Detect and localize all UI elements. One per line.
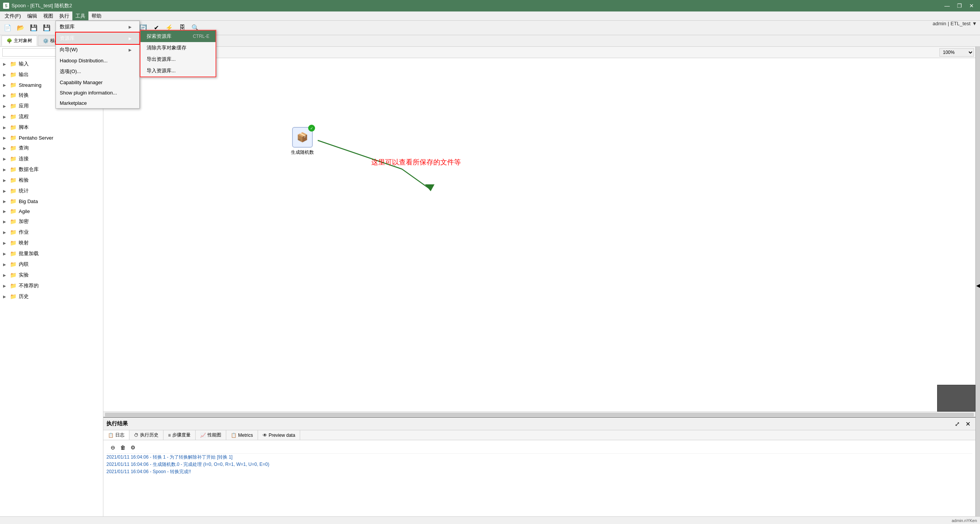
- folder-icon-input: 📁: [10, 61, 16, 67]
- database-submenu-arrow: ▶: [129, 25, 132, 29]
- sidebar-item-encrypt[interactable]: ▶ 📁 加密: [0, 216, 103, 227]
- toolbar-new[interactable]: 📄: [2, 22, 14, 34]
- arrow-history: ▶: [3, 295, 8, 299]
- sidebar-item-experiment[interactable]: ▶ 📁 实验: [0, 270, 103, 280]
- tab-main-objects[interactable]: 🌳 主对象树: [2, 36, 37, 46]
- sidebar-item-flow[interactable]: ▶ 📁 流程: [0, 111, 103, 122]
- folder-icon-mapping: 📁: [10, 240, 16, 246]
- menu-edit[interactable]: 编辑: [24, 11, 40, 20]
- menu-tools[interactable]: 工具: [72, 11, 88, 20]
- sidebar: ▶ 📁 输入 ▶ 📁 输出 ▶ 📁 Streaming ▶ 📁 转换 ▶ 📁 应…: [0, 47, 103, 524]
- folder-icon-check: 📁: [10, 177, 16, 183]
- sidebar-item-check[interactable]: ▶ 📁 检验: [0, 175, 103, 186]
- main-content: ▶ 📁 输入 ▶ 📁 输出 ▶ 📁 Streaming ▶ 📁 转换 ▶ 📁 应…: [0, 47, 980, 524]
- status-bar: admin.nYKen: [0, 516, 980, 524]
- tools-menu-options[interactable]: 选项(O)...: [56, 66, 139, 77]
- tools-menu-marketplace[interactable]: Marketplace: [56, 98, 139, 108]
- repo-submenu-explore[interactable]: 探索资源库 CTRL-E: [140, 31, 216, 42]
- sidebar-item-bigdata[interactable]: ▶ 📁 Big Data: [0, 196, 103, 206]
- tools-menu-wizard[interactable]: 向导(W) ▶: [56, 44, 139, 55]
- exec-panel-controls: ⤢ ✕: [952, 419, 972, 428]
- sidebar-item-inline[interactable]: ▶ 📁 内联: [0, 259, 103, 270]
- status-text: admin.nYKen: [952, 518, 977, 523]
- folder-icon-flow: 📁: [10, 114, 16, 120]
- folder-icon-connect: 📁: [10, 156, 16, 162]
- toolbar-save[interactable]: 💾: [28, 22, 40, 34]
- arrow-dw: ▶: [3, 168, 8, 172]
- folder-icon-bulk: 📁: [10, 251, 16, 257]
- exec-expand-button[interactable]: ⤢: [952, 419, 962, 428]
- repo-submenu-clear[interactable]: 清除共享对象缓存: [140, 42, 216, 54]
- exec-panel: 执行结果 ⤢ ✕ 📋 日志 ⏱ 执行历史 ≡ 步骤度量: [103, 417, 975, 524]
- folder-icon-output: 📁: [10, 72, 16, 78]
- log-clear-btn[interactable]: 🗑: [119, 443, 127, 452]
- menu-run[interactable]: 执行: [56, 11, 72, 20]
- canvas-scroll-horizontal[interactable]: [103, 412, 975, 417]
- folder-icon-job: 📁: [10, 229, 16, 235]
- sidebar-item-bulk[interactable]: ▶ 📁 批量加载: [0, 248, 103, 259]
- canvas-workspace[interactable]: 📦 ✓ 生成随机数 这里可以查看所保存的文件等: [103, 58, 975, 412]
- log-line-1: 2021/01/11 16:04:06 - 转换 1 - 为了转换解除补丁开始 …: [106, 454, 972, 461]
- tools-menu-database[interactable]: 数据库 ▶: [56, 21, 139, 33]
- window-title: Spoon - [ETL_test] 随机数2: [11, 2, 72, 9]
- sidebar-item-mapping[interactable]: ▶ 📁 映射: [0, 238, 103, 248]
- arrow-mapping: ▶: [3, 241, 8, 245]
- sidebar-item-stats[interactable]: ▶ 📁 统计: [0, 186, 103, 196]
- toolbar-save-as[interactable]: 💾: [41, 22, 53, 34]
- step-label-random: 生成随机数: [291, 149, 314, 156]
- canvas-thumbnail[interactable]: [937, 385, 975, 412]
- restore-button[interactable]: ❐: [954, 2, 965, 10]
- exec-tab-perf[interactable]: 📈 性能图: [196, 430, 226, 440]
- tools-menu-capability[interactable]: Capability Manager: [56, 77, 139, 88]
- exec-tab-metrics[interactable]: ≡ 步骤度量: [163, 430, 196, 440]
- sidebar-item-connect[interactable]: ▶ 📁 连接: [0, 153, 103, 164]
- step-node-random[interactable]: 📦 ✓ 生成随机数: [287, 127, 318, 156]
- project-dropdown-icon[interactable]: ▼: [972, 21, 977, 26]
- sidebar-item-dw[interactable]: ▶ 📁 数据仓库: [0, 164, 103, 175]
- right-sidebar-handle: ◀: [976, 283, 980, 288]
- menu-view[interactable]: 视图: [40, 11, 56, 20]
- sidebar-item-history[interactable]: ▶ 📁 历史: [0, 291, 103, 302]
- log-pause-btn[interactable]: ⊖: [109, 443, 117, 452]
- repo-submenu-export[interactable]: 导出资源库...: [140, 54, 216, 65]
- title-bar: S Spoon - [ETL_test] 随机数2 — ❐ ✕: [0, 0, 980, 11]
- repo-submenu-import[interactable]: 导入资源库...: [140, 65, 216, 76]
- arrow-query: ▶: [3, 146, 8, 150]
- wizard-submenu-arrow: ▶: [129, 48, 132, 52]
- exec-tab-metrics2[interactable]: 📋 Metrics: [226, 430, 258, 440]
- exec-tab-log[interactable]: 📋 日志: [103, 430, 129, 440]
- folder-icon-encrypt: 📁: [10, 218, 16, 225]
- arrow-bulk: ▶: [3, 252, 8, 256]
- tools-menu-hadoop[interactable]: Hadoop Distribution...: [56, 55, 139, 66]
- folder-icon-app: 📁: [10, 103, 16, 109]
- tools-menu-plugin[interactable]: Show plugin information...: [56, 88, 139, 98]
- folder-icon-inline: 📁: [10, 261, 16, 267]
- canvas-scrollbar[interactable]: [105, 413, 974, 417]
- tools-menu-repository[interactable]: 资源库 ▶: [56, 33, 139, 44]
- menu-bar: 文件(F) 编辑 视图 执行 工具 帮助: [0, 11, 980, 21]
- arrow-experiment: ▶: [3, 273, 8, 277]
- svg-marker-2: [425, 184, 434, 191]
- arrow-streaming: ▶: [3, 83, 8, 87]
- sidebar-item-job[interactable]: ▶ 📁 作业: [0, 227, 103, 238]
- zoom-selector[interactable]: 25% 50% 75% 100% 150% 200%: [939, 48, 974, 57]
- sidebar-item-deprecated[interactable]: ▶ 📁 不推荐的: [0, 280, 103, 291]
- exec-tab-history[interactable]: ⏱ 执行历史: [129, 430, 163, 440]
- menu-file[interactable]: 文件(F): [2, 11, 24, 20]
- log-settings-btn[interactable]: ⚙: [129, 443, 137, 452]
- repo-submenu-arrow: ▶: [129, 36, 132, 41]
- sidebar-item-query[interactable]: ▶ 📁 查询: [0, 143, 103, 153]
- exec-tab-preview[interactable]: 👁 Preview data: [258, 430, 300, 440]
- perf-tab-icon: 📈: [200, 433, 206, 438]
- toolbar-open[interactable]: 📂: [15, 22, 27, 34]
- exec-close-button[interactable]: ✕: [963, 419, 972, 428]
- sidebar-item-pentaho[interactable]: ▶ 📁 Pentaho Server: [0, 133, 103, 143]
- sidebar-item-script[interactable]: ▶ 📁 脚本: [0, 122, 103, 133]
- sidebar-item-agile[interactable]: ▶ 📁 Agile: [0, 206, 103, 216]
- close-button[interactable]: ✕: [966, 2, 977, 10]
- menu-help[interactable]: 帮助: [88, 11, 105, 20]
- arrow-deprecated: ▶: [3, 284, 8, 288]
- right-sidebar[interactable]: ◀: [975, 47, 980, 524]
- minimize-button[interactable]: —: [942, 2, 952, 10]
- folder-icon-history: 📁: [10, 293, 16, 299]
